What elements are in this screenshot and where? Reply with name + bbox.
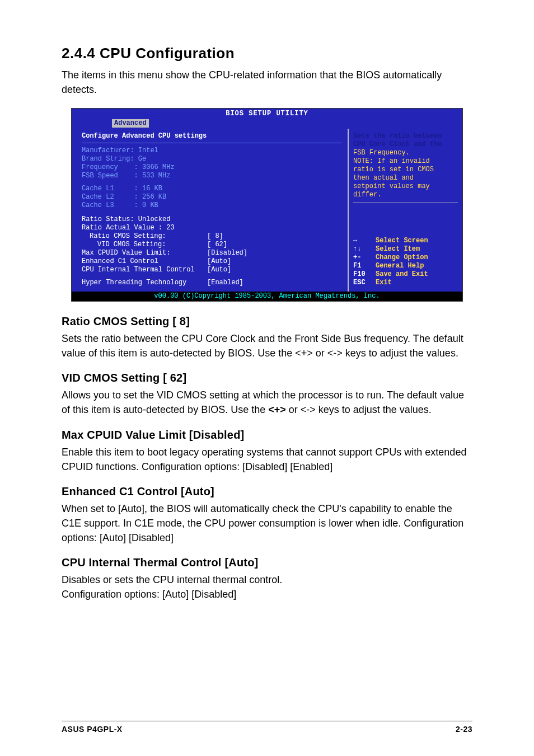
setting-label: Ratio CMOS Setting: [90,232,207,241]
nav-desc: Select Item [376,245,420,253]
bios-tabs: Advanced [72,119,462,129]
setting-value: [Auto] [207,257,231,266]
setting-enhanced-c1[interactable]: Enhanced C1 Control [Auto] [82,257,342,266]
help-line: setpoint values may [353,182,458,191]
setting-thermal[interactable]: CPU Internal Thermal Control [Auto] [82,266,342,274]
cpu-fsb: FSB Speed : 533 MHz [82,172,342,180]
bios-help-pane: Sets the ratio between CPU Core Clock an… [348,129,462,292]
setting-value: [ 8] [207,232,223,241]
text-line: Configuration options: [Auto] [Disabled] [62,589,236,600]
sub-thermal-title: CPU Internal Thermal Control [Auto] [62,556,472,569]
nav-key: ↑↓ [353,245,376,253]
setting-max-cpuid[interactable]: Max CPUID Value Limit: [Disabled] [82,249,342,257]
help-line: CPU Core Clock and the [353,140,458,149]
help-line: ratio is set in CMOS [353,166,458,174]
sub-c1-title: Enhanced C1 Control [Auto] [62,485,472,498]
setting-label: Max CPUID Value Limit: [82,249,207,257]
bios-headline: Configure Advanced CPU settings [82,132,342,140]
nav-save-exit: F10Save and Exit [353,270,458,279]
page-footer: ASUS P4GPL-X 2-23 [62,721,472,734]
nav-key: +- [353,253,376,262]
nav-change-option: +-Change Option [353,253,458,262]
nav-desc: General Help [376,262,424,270]
setting-label: Enhanced C1 Control [82,257,207,266]
nav-key: F10 [353,270,376,279]
help-line: Sets the ratio between [353,132,458,140]
text-part: or <-> keys to adjust the values. [286,404,432,415]
bios-nav: ↔Select Screen ↑↓Select Item +-Change Op… [353,237,458,287]
sub-thermal-body: Disables or sets the CPU internal therma… [62,572,472,602]
setting-value: [Enabled] [207,279,243,287]
footer-left: ASUS P4GPL-X [62,725,123,734]
nav-desc: Exit [376,279,392,287]
sub-vid-title: VID CMOS Setting [ 62] [62,372,472,384]
bios-tab-advanced[interactable]: Advanced [112,119,149,128]
section-title: 2.4.4 CPU Configuration [62,45,472,62]
help-line: NOTE: If an invalid [353,157,458,166]
setting-value: [ 62] [207,241,227,249]
sub-vid-body: Allows you to set the VID CMOS setting a… [62,388,472,417]
help-line: then actual and [353,174,458,182]
nav-desc: Save and Exit [376,270,428,279]
bios-copyright: v00.00 (C)Copyright 1985-2003, American … [72,292,462,301]
nav-desc: Select Screen [376,237,428,245]
text-line: Disables or sets the CPU internal therma… [62,574,282,585]
setting-ratio-cmos[interactable]: Ratio CMOS Setting: [ 8] [82,232,342,241]
cpu-l3: Cache L3 : 0 KB [82,201,342,210]
bios-left-pane: Configure Advanced CPU settings Manufact… [72,129,348,292]
cpu-l1: Cache L1 : 16 KB [82,185,342,193]
help-line: FSB Frequency. [353,149,458,157]
nav-key: ↔ [353,237,376,245]
nav-general-help: F1General Help [353,262,458,270]
nav-desc: Change Option [376,253,428,262]
nav-key: F1 [353,262,376,270]
bios-screenshot: BIOS SETUP UTILITY Advanced Configure Ad… [71,108,463,302]
setting-label: Hyper Threading Technology [82,279,207,287]
nav-key: ESC [353,279,376,287]
ratio-status: Ratio Status: Unlocked [82,215,342,224]
setting-vid-cmos[interactable]: VID CMOS Setting: [ 62] [82,241,342,249]
sub-ratio-title: Ratio CMOS Setting [ 8] [62,315,472,328]
sub-ratio-body: Sets the ratio between the CPU Core Cloc… [62,331,472,360]
help-line: differ. [353,191,458,199]
cpu-frequency: Frequency : 3066 MHz [82,163,342,172]
cpu-l2: Cache L2 : 256 KB [82,193,342,201]
nav-exit: ESCExit [353,279,458,287]
sub-cpuid-body: Enable this item to boot legacy operatin… [62,445,472,474]
text-bold: <+> [268,404,286,415]
bios-divider [82,143,342,143]
bios-title: BIOS SETUP UTILITY [72,109,462,119]
nav-select-screen: ↔Select Screen [353,237,458,245]
cpu-brand: Brand String: Ge [82,155,342,163]
setting-value: [Auto] [207,266,231,274]
sub-cpuid-title: Max CPUID Value Limit [Disabled] [62,429,472,442]
footer-right: 2-23 [456,725,472,734]
setting-label: CPU Internal Thermal Control [82,266,207,274]
setting-hyper-threading[interactable]: Hyper Threading Technology [Enabled] [82,279,342,287]
nav-select-item: ↑↓Select Item [353,245,458,253]
ratio-actual: Ratio Actual Value : 23 [82,224,342,232]
setting-value: [Disabled] [207,249,247,257]
cpu-manufacturer: Manufacturer: Intel [82,147,342,155]
setting-label: VID CMOS Setting: [97,241,207,249]
sub-c1-body: When set to [Auto], the BIOS will automa… [62,501,472,545]
section-intro: The items in this menu show the CPU-rela… [62,68,472,97]
